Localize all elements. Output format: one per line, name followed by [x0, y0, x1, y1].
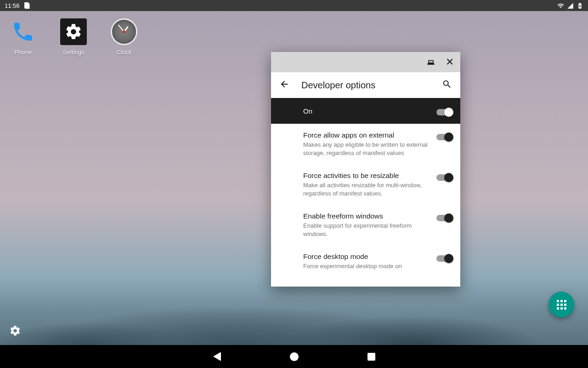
app-grid-icon [557, 300, 566, 310]
desktop-icons: Phone Settings Clock [5, 18, 142, 56]
clock-icon [111, 18, 137, 45]
page-title: Developer options [301, 80, 430, 91]
setting-title: Force activities to be resizable [303, 172, 429, 180]
app-label: Phone [14, 49, 32, 56]
maximize-icon[interactable] [426, 58, 435, 67]
recents-square-icon [368, 353, 375, 361]
nav-back-button[interactable] [213, 352, 221, 361]
back-triangle-icon [213, 352, 221, 361]
setting-description: Make all activities resizable for multi-… [303, 181, 429, 197]
home-circle-icon [290, 352, 299, 361]
app-icon-phone[interactable]: Phone [5, 18, 41, 56]
settings-list[interactable]: Force allow apps on external Makes any a… [271, 124, 460, 287]
setting-title: Enable freeform windows [303, 212, 429, 220]
nav-home-button[interactable] [290, 352, 299, 361]
back-button[interactable] [279, 79, 289, 91]
master-toggle-switch[interactable] [436, 109, 452, 115]
window-titlebar[interactable]: ✕ [271, 52, 460, 72]
setting-description: Force experimental desktop mode on [303, 262, 429, 270]
setting-title: Force desktop mode [303, 253, 429, 261]
app-icon-settings[interactable]: Settings [55, 18, 92, 56]
close-icon[interactable]: ✕ [446, 56, 454, 68]
toggle-switch[interactable] [436, 134, 452, 140]
status-bar: 11:56 [0, 0, 588, 11]
toggle-switch[interactable] [436, 215, 452, 221]
navigation-bar [0, 345, 588, 368]
setting-title: Force allow apps on external [303, 131, 429, 139]
setting-item[interactable]: Enable freeform windows Enable support f… [271, 205, 460, 245]
setting-item[interactable]: Force allow apps on external Makes any a… [271, 124, 460, 164]
app-label: Settings [63, 49, 85, 56]
gear-icon [60, 18, 87, 45]
nav-recents-button[interactable] [368, 353, 375, 361]
setting-item[interactable]: Force activities to be resizable Make al… [271, 164, 460, 205]
setting-description: Enable support for experimental freeform… [303, 222, 429, 238]
wifi-icon [557, 2, 564, 9]
app-icon-clock[interactable]: Clock [106, 18, 142, 56]
app-label: Clock [117, 49, 132, 56]
signal-icon [567, 2, 574, 9]
phone-icon [10, 18, 36, 45]
master-toggle-label: On [303, 107, 312, 115]
window-header: Developer options [271, 72, 460, 98]
app-drawer-button[interactable] [548, 292, 574, 317]
search-button[interactable] [442, 79, 452, 91]
status-time: 11:56 [5, 2, 20, 9]
toggle-switch[interactable] [436, 174, 452, 181]
quick-settings-button[interactable] [9, 325, 21, 339]
master-toggle-row[interactable]: On [271, 98, 460, 124]
setting-item[interactable]: Force desktop mode Force experimental de… [271, 245, 460, 278]
sd-card-icon [24, 2, 30, 9]
setting-description: Makes any app eligible to be written to … [303, 141, 429, 157]
gear-icon [9, 325, 21, 337]
settings-window: ✕ Developer options On Force allow apps … [271, 52, 460, 287]
toggle-switch[interactable] [436, 255, 452, 262]
battery-icon [577, 2, 583, 9]
